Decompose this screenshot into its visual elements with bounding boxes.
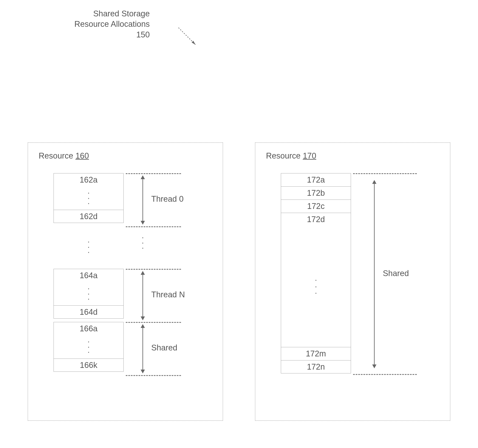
ellipsis-icon: ···: [54, 231, 124, 263]
ellipsis-icon: ···: [54, 282, 124, 305]
resource-170-title: Resource 170: [266, 151, 439, 160]
svg-marker-10: [141, 370, 145, 373]
thread-n-label: Thread N: [151, 290, 185, 299]
ellipsis-icon: ···: [54, 186, 124, 210]
cell-166a: 166a: [54, 322, 124, 335]
svg-marker-13: [372, 365, 377, 368]
cell-172d: 172d: [281, 213, 351, 226]
divider-dashed-icon: [126, 375, 181, 376]
range-arrow-icon: [138, 271, 147, 321]
range-arrow-icon: [370, 180, 378, 369]
title-line2: Resource Allocations: [74, 19, 150, 29]
resource-160-title: Resource 160: [39, 151, 212, 160]
resource-170-column: 172a 172b 172c 172d ··· 172m 172n: [281, 173, 351, 373]
cell-162a: 162a: [54, 173, 124, 186]
cell-172m: 172m: [281, 347, 351, 360]
svg-marker-9: [141, 324, 145, 328]
svg-marker-6: [141, 271, 145, 275]
cell-164d: 164d: [54, 305, 124, 319]
divider-dashed-icon: [126, 322, 181, 323]
divider-dashed-icon: [353, 173, 417, 174]
cell-172a: 172a: [281, 173, 351, 186]
shared-label-160: Shared: [151, 343, 177, 352]
range-arrow-icon: [138, 175, 147, 225]
divider-dashed-icon: [126, 173, 181, 174]
divider-dashed-icon: [353, 374, 417, 375]
resource-160-panel: Resource 160 162a ··· 162d ··· 164a ··· …: [28, 142, 223, 421]
range-arrow-icon: [138, 324, 147, 374]
resource-170-panel: Resource 170 172a 172b 172c 172d ··· 172…: [255, 142, 450, 421]
cell-162d: 162d: [54, 210, 124, 223]
resource-160-column-shared: 166a ··· 166k: [54, 322, 124, 372]
big-gap-area: ···: [281, 226, 351, 347]
title-ref: 150: [74, 30, 150, 40]
diagram-title: Shared Storage Resource Allocations 150: [74, 8, 150, 40]
ellipsis-icon: ···: [315, 273, 317, 300]
cell-172n: 172n: [281, 360, 351, 373]
title-line1: Shared Storage: [74, 8, 150, 19]
thread-0-label: Thread 0: [151, 195, 183, 204]
svg-marker-3: [141, 175, 145, 179]
svg-marker-7: [141, 316, 145, 320]
cell-166k: 166k: [54, 359, 124, 372]
resource-160-column-n: 164a ··· 164d: [54, 269, 124, 319]
divider-dashed-icon: [126, 226, 181, 227]
svg-marker-1: [192, 41, 195, 45]
cell-172b: 172b: [281, 186, 351, 200]
ellipsis-icon: ···: [141, 231, 145, 255]
resource-160-ref: 160: [75, 151, 89, 160]
title-leader-arrow-icon: [176, 25, 202, 51]
ellipsis-icon: ···: [54, 335, 124, 359]
svg-marker-4: [141, 221, 145, 225]
resource-160-label: Resource: [39, 151, 73, 160]
cell-172c: 172c: [281, 200, 351, 213]
cell-164a: 164a: [54, 269, 124, 282]
resource-160-column: 162a ··· 162d: [54, 173, 124, 223]
svg-marker-12: [372, 180, 377, 184]
resource-170-label: Resource: [266, 151, 301, 160]
shared-label-170: Shared: [383, 269, 409, 278]
divider-dashed-icon: [126, 269, 181, 270]
resource-170-ref: 170: [303, 151, 316, 160]
